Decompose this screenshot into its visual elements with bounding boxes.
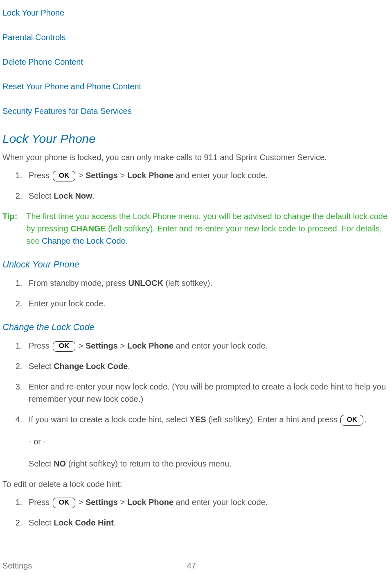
- text: Select: [29, 459, 54, 468]
- editdel-steps-list: Press OK > Settings > Lock Phone and ent…: [2, 496, 390, 529]
- text: (left softkey).: [163, 279, 212, 288]
- ok-button-icon: OK: [53, 498, 76, 508]
- alternative-text: Select NO (right softkey) to return to t…: [29, 457, 390, 470]
- ok-button-icon: OK: [53, 341, 76, 352]
- text: Press: [29, 341, 52, 350]
- text: >: [76, 171, 86, 180]
- change-label: CHANGE: [70, 224, 106, 233]
- lock-step-1: Press OK > Settings > Lock Phone and ent…: [25, 169, 390, 181]
- footer-page-number: 47: [187, 559, 196, 572]
- toc-link-parental-controls[interactable]: Parental Controls: [2, 31, 390, 43]
- toc-link-reset-your-phone[interactable]: Reset Your Phone and Phone Content: [2, 80, 390, 93]
- text: and enter your lock code.: [173, 171, 268, 180]
- lock-step-2: Select Lock Now.: [25, 190, 390, 202]
- no-label: NO: [54, 459, 66, 468]
- toc-link-delete-phone-content[interactable]: Delete Phone Content: [2, 56, 390, 68]
- text: and enter your lock code.: [173, 498, 268, 507]
- text: Select: [29, 518, 54, 527]
- lock-steps-list: Press OK > Settings > Lock Phone and ent…: [2, 169, 390, 202]
- settings-label: Settings: [86, 171, 118, 180]
- heading-lock-your-phone: Lock Your Phone: [2, 129, 390, 148]
- text: Press: [29, 498, 52, 507]
- text: .: [126, 236, 128, 245]
- lock-phone-label: Lock Phone: [127, 171, 173, 180]
- text: >: [118, 498, 127, 507]
- text: .: [114, 518, 116, 527]
- lock-code-hint-label: Lock Code Hint: [54, 518, 114, 527]
- text: .: [364, 415, 367, 424]
- text: If you want to create a lock code hint, …: [29, 415, 190, 424]
- ok-button-icon: OK: [53, 171, 76, 181]
- text: >: [76, 498, 86, 507]
- unlock-step-2: Enter your lock code.: [25, 297, 390, 310]
- text: (right softkey) to return to the previou…: [66, 459, 232, 468]
- change-steps-list: Press OK > Settings > Lock Phone and ent…: [2, 340, 390, 470]
- text: (left softkey). Enter a hint and press: [206, 415, 340, 424]
- text: >: [76, 341, 86, 350]
- lock-phone-label: Lock Phone: [127, 498, 173, 507]
- yes-label: YES: [190, 415, 206, 424]
- toc-link-security-features[interactable]: Security Features for Data Services: [2, 105, 390, 117]
- change-step-2: Select Change Lock Code.: [25, 360, 390, 372]
- text: From standby mode, press: [29, 279, 128, 288]
- editdel-step-1: Press OK > Settings > Lock Phone and ent…: [25, 496, 390, 508]
- unlock-label: UNLOCK: [128, 279, 163, 288]
- edit-delete-intro: To edit or delete a lock code hint:: [2, 478, 390, 490]
- editdel-step-2: Select Lock Code Hint.: [25, 516, 390, 529]
- settings-label: Settings: [86, 498, 118, 507]
- change-step-4: If you want to create a lock code hint, …: [25, 413, 390, 470]
- text: >: [118, 341, 127, 350]
- link-change-lock-code[interactable]: Change the Lock Code: [42, 236, 126, 245]
- tip-label: Tip:: [2, 210, 17, 222]
- text: .: [92, 191, 95, 200]
- tip-block: Tip: The first time you access the Lock …: [2, 210, 390, 247]
- change-step-1: Press OK > Settings > Lock Phone and ent…: [25, 340, 390, 352]
- lock-intro-text: When your phone is locked, you can only …: [2, 151, 390, 163]
- ok-button-icon: OK: [340, 415, 363, 426]
- tip-text: The first time you access the Lock Phone…: [26, 210, 390, 247]
- toc-link-lock-your-phone[interactable]: Lock Your Phone: [2, 7, 390, 19]
- heading-unlock-your-phone: Unlock Your Phone: [2, 258, 390, 271]
- text: Select: [29, 191, 54, 200]
- text: .: [128, 362, 130, 371]
- lock-phone-label: Lock Phone: [127, 341, 173, 350]
- page-footer: Settings 47: [2, 559, 390, 572]
- unlock-steps-list: From standby mode, press UNLOCK (left so…: [2, 277, 390, 310]
- change-step-3: Enter and re-enter your new lock code. (…: [25, 380, 390, 405]
- unlock-step-1: From standby mode, press UNLOCK (left so…: [25, 277, 390, 289]
- change-lock-code-label: Change Lock Code: [54, 362, 128, 371]
- or-separator: - or -: [29, 435, 390, 448]
- footer-section: Settings: [2, 559, 32, 572]
- lock-now-label: Lock Now: [54, 191, 92, 200]
- settings-label: Settings: [86, 341, 118, 350]
- heading-change-lock-code: Change the Lock Code: [2, 320, 390, 334]
- text: >: [118, 171, 127, 180]
- text: Select: [29, 362, 54, 371]
- text: and enter your lock code.: [173, 341, 268, 350]
- text: Press: [29, 171, 52, 180]
